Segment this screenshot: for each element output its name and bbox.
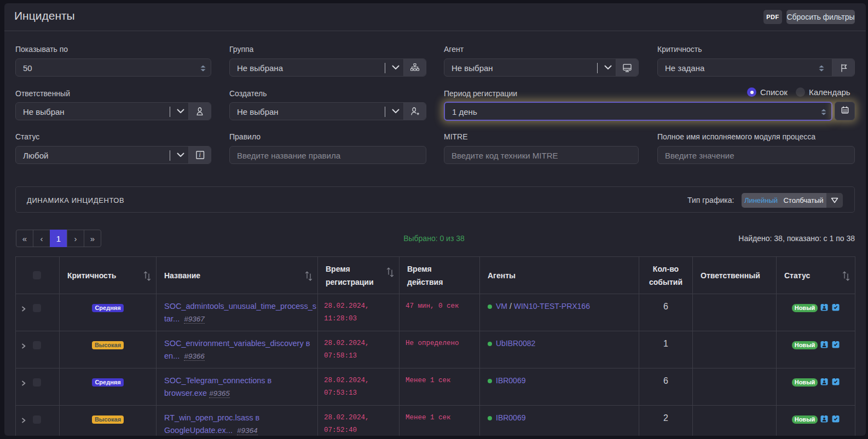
svg-text:i: i	[199, 151, 200, 158]
